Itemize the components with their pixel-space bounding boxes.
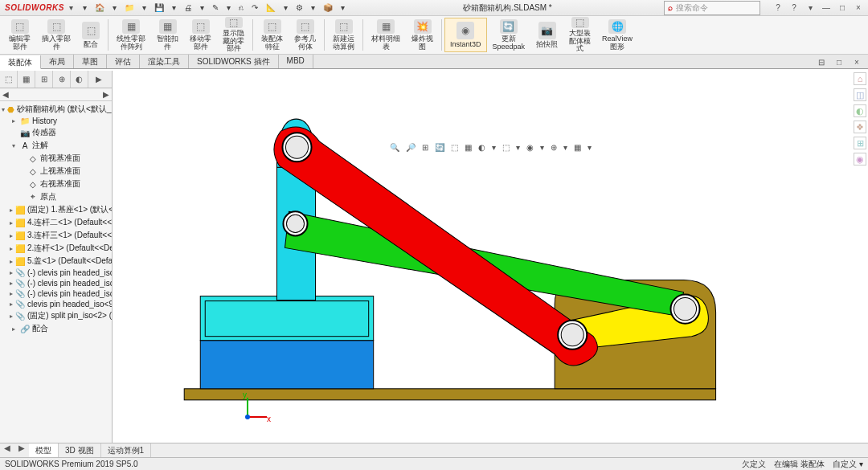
ribbon-button-19[interactable]: 📷拍快照 [530,18,563,52]
ribbon-button-6[interactable]: ⬚移动零 部件 [184,18,217,52]
view-tool-1[interactable]: 🔎 [406,143,416,152]
manager-tab-0[interactable]: ⬚ [0,71,18,88]
tree-node[interactable]: ▸🟨3.连杆三<1> (Default<<Default> [2,229,110,242]
qat-button-10[interactable]: ▾ [227,3,231,12]
ribbon-button-5[interactable]: ▦智能扣 件 [151,18,184,52]
tree-node[interactable]: ▸🟨5.盖<1> (Default<<Default>_显示 [2,255,110,268]
tree-root[interactable]: ▾⬣ 砂箱翻箱机构 (默认<默认_显示状态-1> [2,103,110,116]
qat-button-8[interactable]: ▾ [200,3,204,12]
nav-right-icon[interactable]: ▶ [100,90,112,99]
3d-viewport[interactable]: 🔍🔎⊞🔄⬚▦◐▾⬚▾◉▾⊕▾▦▾ [113,71,868,457]
taskpane-tab-2[interactable]: ◐ [854,104,866,117]
view-tool-7[interactable]: ▾ [492,143,496,152]
bottom-tab-0[interactable]: 模型 [29,443,59,457]
tree-node[interactable]: ▸🟨(固定) 1.基座<1> (默认<<默认>_显 [2,203,110,216]
taskpane-tab-5[interactable]: ◉ [854,153,866,166]
taskpane-tab-1[interactable]: ◫ [854,88,866,101]
tab-scroll-left-icon[interactable]: ◀ [0,443,14,457]
titlebar-button-0[interactable]: ? [772,3,784,12]
expand-icon[interactable]: ▸ [10,206,13,214]
qat-button-2[interactable]: ▾ [113,3,117,12]
manager-tab-3[interactable]: ⊕ [53,71,71,88]
titlebar-button-5[interactable]: × [852,3,865,12]
ribbon-button-2[interactable]: ⬚配合 [76,18,105,52]
tree-node[interactable]: ▸📎(-) clevis pin headed_iso<6> (Cle [2,268,110,278]
ribbon-button-17[interactable]: ◉Instant3D [444,18,487,52]
feature-tree[interactable]: ▾⬣ 砂箱翻箱机构 (默认<默认_显示状态-1> ▸📁History📷传感器▾A… [0,101,112,457]
qat-button-14[interactable]: ▾ [284,3,288,12]
ribbon-button-7[interactable]: ⬚显示隐 藏的零 部件 [217,18,250,52]
view-tool-5[interactable]: ▦ [465,143,472,152]
view-tool-6[interactable]: ◐ [478,143,485,152]
cm-tab-5[interactable]: SOLIDWORKS 插件 [189,55,279,68]
view-tool-11[interactable]: ▾ [540,143,544,152]
tree-node[interactable]: ▸📎clevis pin headed_iso<9> (Clevis [2,299,110,309]
status-item-2[interactable]: 自定义 ▾ [833,459,863,470]
titlebar-button-2[interactable]: ▾ [804,3,817,12]
nav-left-icon[interactable]: ◀ [0,90,11,99]
doc-win-btn-1[interactable]: □ [833,58,845,67]
expand-icon[interactable]: ▸ [10,117,18,125]
tree-node[interactable]: ▸📎(-) clevis pin headed_iso<8> (Cle [2,288,110,299]
taskpane-tab-3[interactable]: ❖ [854,121,866,133]
tree-node[interactable]: ▸🟨4.连杆二<1> (Default<<Default> [2,216,110,229]
cm-tab-0[interactable]: 装配体 [0,55,41,69]
ribbon-button-20[interactable]: ⬚大型装 配体模 式 [563,18,596,52]
qat-button-4[interactable]: ▾ [142,3,146,12]
qat-button-15[interactable]: ⚙ [296,3,303,12]
qat-button-7[interactable]: 🖨 [184,3,192,12]
expand-icon[interactable]: ▸ [10,300,13,308]
qat-button-9[interactable]: ✎ [212,3,219,12]
ribbon-button-14[interactable]: ▦材料明细 表 [366,18,406,52]
tree-node[interactable]: ▸📎(固定) split pin_iso<2> (ISO 1234 [2,309,110,322]
expand-icon[interactable]: ▸ [10,280,13,287]
expand-icon[interactable]: ▸ [10,219,13,227]
view-tool-0[interactable]: 🔍 [390,143,399,152]
view-tool-12[interactable]: ⊕ [551,143,557,152]
qat-button-18[interactable]: ▾ [341,3,345,12]
ribbon-button-10[interactable]: ⬚参考几 何体 [289,18,321,52]
cm-tab-1[interactable]: 布局 [41,55,74,68]
tree-node[interactable]: 📷传感器 [2,126,110,139]
expand-icon[interactable]: ▸ [10,258,13,265]
ribbon-button-15[interactable]: 💥爆炸视 图 [406,18,439,52]
ribbon-button-21[interactable]: 🌐RealView 图形 [596,18,638,52]
tab-scroll-right-icon[interactable]: ▶ [14,443,29,457]
view-tool-9[interactable]: ▾ [516,143,520,152]
tree-node[interactable]: ◇右视基准面 [2,178,110,190]
qat-button-16[interactable]: ▾ [311,3,315,12]
qat-button-5[interactable]: 💾 [154,3,164,12]
bottom-tab-1[interactable]: 3D 视图 [59,443,101,457]
expand-icon[interactable]: ▸ [10,245,13,252]
view-tool-2[interactable]: ⊞ [422,143,428,152]
doc-win-btn-0[interactable]: ⊟ [815,58,828,67]
view-tool-14[interactable]: ▦ [574,143,581,152]
view-tool-8[interactable]: ⬚ [502,143,510,152]
titlebar-button-1[interactable]: ? [788,3,800,12]
ribbon-button-12[interactable]: ⬚新建运 动算例 [327,18,360,52]
command-search-box[interactable]: ⌕ 搜索命令 [664,1,760,15]
tree-node[interactable]: ▸🔗配合 [2,322,110,335]
expand-icon[interactable]: ▸ [10,269,13,276]
bottom-tab-2[interactable]: 运动算例1 [101,443,152,457]
manager-tab-1[interactable]: ▦ [18,71,35,88]
tree-node[interactable]: ◇上视基准面 [2,165,110,178]
ribbon-button-9[interactable]: ⬚装配体 特征 [256,18,289,52]
view-tool-4[interactable]: ⬚ [451,143,458,152]
panel-collapse-icon[interactable]: ▶ [88,71,112,88]
tree-node[interactable]: ◇前视基准面 [2,152,110,165]
qat-button-0[interactable]: ▾ [83,3,87,12]
qat-button-12[interactable]: ↷ [252,3,258,12]
titlebar-button-4[interactable]: □ [836,3,849,12]
ribbon-button-0[interactable]: ⬚编辑零 部件 [3,18,36,52]
expand-icon[interactable]: ▸ [10,325,18,333]
expand-icon[interactable]: ▸ [10,232,13,239]
qat-button-11[interactable]: ⎌ [239,3,244,12]
ribbon-button-1[interactable]: ⬚插入零部 件 [36,18,76,52]
manager-tab-2[interactable]: ⊞ [35,71,53,88]
manager-tab-4[interactable]: ◐ [71,71,88,88]
qat-button-1[interactable]: 🏠 [95,3,104,12]
ribbon-button-4[interactable]: ▦线性零部 件阵列 [111,18,151,52]
expand-icon[interactable]: ▸ [10,290,13,297]
view-tool-15[interactable]: ▾ [588,143,592,152]
